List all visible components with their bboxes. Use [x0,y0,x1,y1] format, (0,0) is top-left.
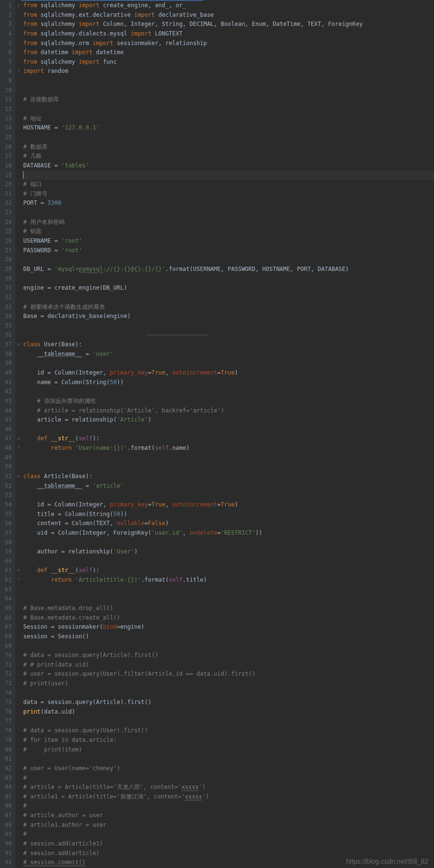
line-number[interactable]: 77 [5,717,12,727]
code-line[interactable]: # article1.author = user [23,821,434,830]
line-number[interactable]: 63 [5,585,12,595]
line-number[interactable]: 89 [5,830,12,839]
fold-marker[interactable]: └ [15,575,21,585]
fold-marker[interactable]: · [15,736,21,745]
line-number[interactable]: 86 [5,801,12,811]
code-line[interactable]: # 添加反向查询的属性 [23,397,434,406]
line-number[interactable]: 35 [5,321,12,331]
line-number[interactable]: 64 [5,594,12,604]
fold-marker[interactable]: · [15,821,21,830]
line-number[interactable]: 32 [5,293,12,303]
code-line[interactable] [23,642,434,651]
code-line[interactable]: Base = declarative_base(engine) [23,312,434,321]
code-line[interactable]: article = relationship('Article') [23,415,434,425]
line-number[interactable]: 62 [5,575,12,585]
code-line[interactable]: # user = User(name='cheney') [23,764,434,774]
line-number[interactable]: 85 [5,792,12,802]
line-number[interactable]: 37 [5,340,12,350]
code-line[interactable] [23,689,434,698]
line-number[interactable]: 56 [5,519,12,528]
line-number[interactable]: 42 [5,387,12,397]
code-line[interactable]: # data = session.query(User).first() [23,726,434,736]
code-line[interactable]: class User(Base): [23,340,434,350]
code-editor[interactable]: 1234567891011121314151617181920212223242… [0,0,434,868]
line-number[interactable]: 51 [5,472,12,481]
fold-marker[interactable]: · [15,849,21,858]
fold-column[interactable]: ⊟└········⊟··⊟└⊟⊟└···················· [15,0,21,868]
fold-marker[interactable]: ⊟ [15,434,21,444]
line-number[interactable]: 79 [5,736,12,745]
code-line[interactable]: HOSTNAME = '127.0.0.1' [23,123,434,133]
code-line[interactable]: # session.add(article1) [23,839,434,849]
line-number[interactable]: 27 [5,246,12,256]
code-line[interactable]: USERNAME = 'root' [23,236,434,246]
code-line[interactable]: # Base.metadata.create_all() [23,613,434,623]
line-number[interactable]: 90 [5,839,12,849]
fold-marker[interactable]: └ [15,67,21,76]
code-line[interactable]: from sqlalchemy import Column, Integer, … [23,20,434,29]
line-number[interactable]: 29 [5,265,12,274]
fold-marker[interactable]: · [15,774,21,783]
fold-marker[interactable]: · [15,227,21,236]
line-number[interactable]: 66 [5,613,12,623]
code-line[interactable]: from sqlalchemy import create_engine, an… [23,1,434,11]
line-number[interactable]: 48 [5,444,12,453]
fold-marker[interactable]: · [15,764,21,774]
line-number[interactable]: 22 [5,199,12,208]
line-number[interactable]: 70 [5,651,12,660]
fold-marker[interactable]: ⊟ [15,340,21,350]
code-line[interactable]: DB_URL = 'mysql+pymysql://{}:{}@{}:{}/{}… [23,265,434,274]
code-line[interactable] [23,105,434,114]
line-number[interactable]: 57 [5,528,12,538]
code-line[interactable]: content = Column(TEXT, nullable=False) [23,519,434,528]
code-line[interactable]: # article1 = Article(title='笑傲江湖', conte… [23,792,434,802]
fold-marker[interactable]: ⊟ [15,1,21,11]
line-number[interactable]: 34 [5,312,12,321]
line-number[interactable]: 38 [5,350,12,359]
fold-marker[interactable]: · [15,613,21,623]
line-number[interactable]: 68 [5,632,12,642]
code-line[interactable]: print(data.uid) [23,707,434,717]
line-number[interactable]: 81 [5,754,12,764]
line-number[interactable]: 61 [5,566,12,575]
line-number[interactable]: 82 [5,764,12,774]
line-number[interactable]: 16 [5,142,12,152]
code-line[interactable]: from sqlalchemy.ext.declarative import d… [23,11,434,20]
code-line[interactable] [23,453,434,463]
code-line[interactable]: id = Column(Integer, primary_key=True, a… [23,368,434,378]
code-line[interactable] [23,754,434,764]
code-line[interactable]: return 'Article(title:{})'.format(self.t… [23,575,434,585]
line-number[interactable]: 92 [5,858,12,868]
line-number[interactable]: 83 [5,774,12,783]
line-number[interactable]: 6 [5,48,12,58]
fold-marker[interactable]: · [15,660,21,670]
line-number[interactable]: 33 [5,303,12,312]
line-number[interactable]: 47 [5,434,12,444]
line-number[interactable]: 26 [5,236,12,246]
code-line[interactable]: # print(item) [23,745,434,755]
fold-marker[interactable]: · [15,669,21,679]
line-number[interactable]: 17 [5,152,12,161]
code-line[interactable] [23,387,434,397]
code-line[interactable] [23,717,434,727]
line-number[interactable]: 43 [5,397,12,406]
line-number[interactable]: 36 [5,330,12,340]
code-line[interactable] [23,585,434,595]
fold-marker[interactable]: · [15,726,21,736]
line-number[interactable]: 75 [5,698,12,707]
fold-marker[interactable]: · [15,679,21,689]
line-number[interactable]: 18 [5,161,12,171]
line-number[interactable]: 14 [5,123,12,133]
fold-marker[interactable]: · [15,651,21,660]
line-number[interactable]: 50 [5,462,12,472]
line-number[interactable]: 2 [5,11,12,20]
code-line[interactable] [23,133,434,142]
code-line[interactable]: # article = Article(title='天龙八部', conten… [23,783,434,792]
code-line[interactable] [23,208,434,218]
code-line[interactable]: # Base.metadata.drop_all() [23,604,434,613]
line-number[interactable]: 91 [5,849,12,858]
code-line[interactable]: from sqlalchemy.orm import sessionmaker,… [23,39,434,48]
code-line[interactable]: title = Column(String(50)) [23,510,434,519]
code-line[interactable]: from sqlalchemy import func [23,58,434,67]
line-number[interactable]: 78 [5,726,12,736]
